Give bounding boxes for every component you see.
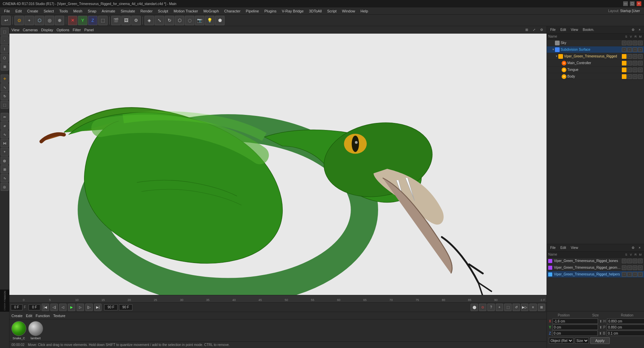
bobj-settings-icon[interactable]: ⚙ bbox=[630, 245, 636, 251]
undo-button[interactable]: ↩ bbox=[1, 16, 11, 25]
tool-bridge[interactable]: ∿ bbox=[1, 130, 9, 138]
tool-mirror[interactable]: ⋈ bbox=[1, 139, 9, 147]
menu-script[interactable]: Script bbox=[324, 8, 339, 14]
subdiv-r-btn[interactable]: · bbox=[633, 47, 637, 52]
subdiv-expand[interactable]: ▼ bbox=[552, 48, 555, 51]
size-y-input[interactable] bbox=[607, 324, 644, 330]
pos-y-input[interactable] bbox=[553, 324, 598, 330]
vp-menu-filter[interactable]: Filter bbox=[73, 28, 81, 32]
obj-bookmarks-menu[interactable]: Bookm. bbox=[581, 27, 596, 32]
pos-z-input[interactable] bbox=[552, 331, 598, 336]
geo-s[interactable]: · bbox=[622, 265, 627, 270]
menu-file[interactable]: File bbox=[1, 8, 13, 14]
geo-m[interactable]: · bbox=[638, 265, 643, 270]
geo-v[interactable]: · bbox=[627, 265, 632, 270]
mat-menu-function[interactable]: Function bbox=[36, 314, 50, 318]
prev-frame-button[interactable]: ◁ bbox=[59, 304, 67, 311]
bobj-row-helpers[interactable]: Viper_Green_Trimeresurus_Rigged_helpers … bbox=[547, 271, 644, 278]
sky-v-btn[interactable]: · bbox=[627, 41, 632, 45]
tool-spline[interactable]: ∿ bbox=[1, 174, 9, 182]
helpers-m[interactable]: · bbox=[638, 272, 643, 277]
close-button[interactable]: ✕ bbox=[637, 1, 641, 6]
frame-end2-input[interactable] bbox=[119, 304, 132, 310]
obj-row-body[interactable]: A Body · · · · bbox=[547, 73, 644, 80]
bones-s[interactable]: · bbox=[622, 259, 627, 263]
object-mode-select[interactable]: Object (Rel bbox=[549, 338, 573, 344]
tool-grid[interactable]: ⊞ bbox=[1, 165, 9, 173]
viper-s-btn[interactable]: · bbox=[622, 54, 627, 59]
play-button[interactable]: ▶ bbox=[68, 304, 75, 311]
menu-vray[interactable]: V-Ray Bridge bbox=[279, 8, 307, 14]
body-r-btn[interactable]: · bbox=[633, 74, 637, 79]
menu-render[interactable]: Render bbox=[138, 8, 155, 14]
scale-button[interactable]: ⤡ bbox=[155, 16, 164, 25]
tool-move[interactable]: ✛ bbox=[1, 75, 9, 83]
body-s-btn[interactable]: · bbox=[622, 74, 627, 79]
mode-polygon[interactable]: ⬡ bbox=[1, 54, 9, 62]
tongue-expand[interactable] bbox=[558, 68, 562, 72]
viper-v-btn[interactable]: · bbox=[627, 54, 632, 59]
menu-motion-tracker[interactable]: Motion Tracker bbox=[171, 8, 201, 14]
mode-uv[interactable]: ⊞ bbox=[1, 62, 9, 71]
current-frame-input[interactable] bbox=[11, 304, 23, 310]
mat-menu-edit[interactable]: Edit bbox=[26, 314, 32, 318]
mode-object[interactable]: ⬚ bbox=[1, 28, 9, 36]
tool-paint[interactable]: ◍ bbox=[1, 157, 9, 165]
body-m-btn[interactable]: · bbox=[638, 74, 643, 79]
menu-window[interactable]: Window bbox=[339, 8, 358, 14]
bobj-row-geometry[interactable]: Viper_Green_Trimeresurus_Rigged_geometry… bbox=[547, 264, 644, 271]
maximize-button[interactable]: ☐ bbox=[630, 1, 635, 6]
null-button[interactable]: ◌ bbox=[185, 16, 194, 25]
menu-create[interactable]: Create bbox=[25, 8, 41, 14]
vp-menu-options[interactable]: Options bbox=[56, 28, 69, 32]
key-options-button[interactable]: ⬚ bbox=[504, 304, 512, 311]
render-all-button[interactable]: ⊕ bbox=[55, 16, 64, 25]
obj-row-subdivision[interactable]: ▼ Subdivision Surface · · · · bbox=[547, 46, 644, 53]
add-key-button[interactable]: + bbox=[496, 304, 503, 311]
bones-v[interactable]: · bbox=[627, 259, 632, 263]
sky-s-btn[interactable]: · bbox=[622, 41, 627, 45]
ctrl-m-btn[interactable]: · bbox=[638, 61, 643, 66]
obj-collapse-icon[interactable]: × bbox=[637, 27, 643, 33]
render-pic-button[interactable]: 🖼 bbox=[121, 16, 131, 25]
autokey-button[interactable]: ? bbox=[487, 304, 495, 311]
viper-expand[interactable]: ▼ bbox=[555, 55, 558, 58]
subdiv-s-btn[interactable]: · bbox=[622, 47, 627, 52]
body-v-btn[interactable]: · bbox=[627, 74, 632, 79]
menu-snap[interactable]: Snap bbox=[85, 8, 99, 14]
tool-select[interactable]: ⬚ bbox=[1, 101, 9, 109]
vp-menu-display[interactable]: Display bbox=[41, 28, 53, 32]
tool-magnet[interactable]: ⌖ bbox=[1, 148, 9, 156]
menu-mesh[interactable]: Mesh bbox=[71, 8, 85, 14]
frame-end-input[interactable] bbox=[104, 304, 118, 310]
helpers-s[interactable]: · bbox=[622, 272, 627, 277]
vp-menu-panel[interactable]: Panel bbox=[84, 28, 94, 32]
frame-start-input[interactable] bbox=[29, 304, 40, 310]
vp-settings-button[interactable]: ⚙ bbox=[538, 27, 545, 33]
mat-menu-texture[interactable]: Texture bbox=[53, 314, 65, 318]
menu-select[interactable]: Select bbox=[41, 8, 57, 14]
viewport-canvas[interactable] bbox=[9, 34, 547, 295]
vp-menu-cameras[interactable]: Cameras bbox=[23, 28, 38, 32]
z-axis-button[interactable]: Z bbox=[88, 16, 97, 25]
material-item-snake[interactable]: Snake_C bbox=[11, 321, 26, 340]
menu-character[interactable]: Character bbox=[222, 8, 243, 14]
material-item-lambert[interactable]: lambert bbox=[28, 321, 43, 340]
x-axis-button[interactable]: ✕ bbox=[68, 16, 77, 25]
menu-edit[interactable]: Edit bbox=[13, 8, 25, 14]
pos-x-input[interactable] bbox=[553, 318, 598, 324]
tool-knife[interactable]: ⌀ bbox=[1, 122, 9, 130]
size-mode-select[interactable]: Size bbox=[575, 338, 589, 344]
obj-row-sky[interactable]: Sky · · · · bbox=[547, 40, 644, 46]
size-z-input[interactable] bbox=[607, 331, 644, 336]
bones-r[interactable]: · bbox=[633, 259, 637, 263]
vp-layout-button[interactable]: ⊞ bbox=[524, 27, 530, 33]
next-frame-button[interactable]: ▷ bbox=[77, 304, 84, 311]
record-button[interactable]: ⊙ bbox=[479, 304, 486, 311]
sky-r-btn[interactable]: · bbox=[633, 41, 637, 45]
size-x-input[interactable] bbox=[607, 318, 644, 324]
render-view-button[interactable]: 🎬 bbox=[111, 16, 121, 25]
timeline-btn[interactable]: ≡ bbox=[529, 304, 537, 311]
prev-key-button[interactable]: ◁| bbox=[50, 304, 58, 311]
loop-button[interactable]: ↺ bbox=[513, 304, 520, 311]
